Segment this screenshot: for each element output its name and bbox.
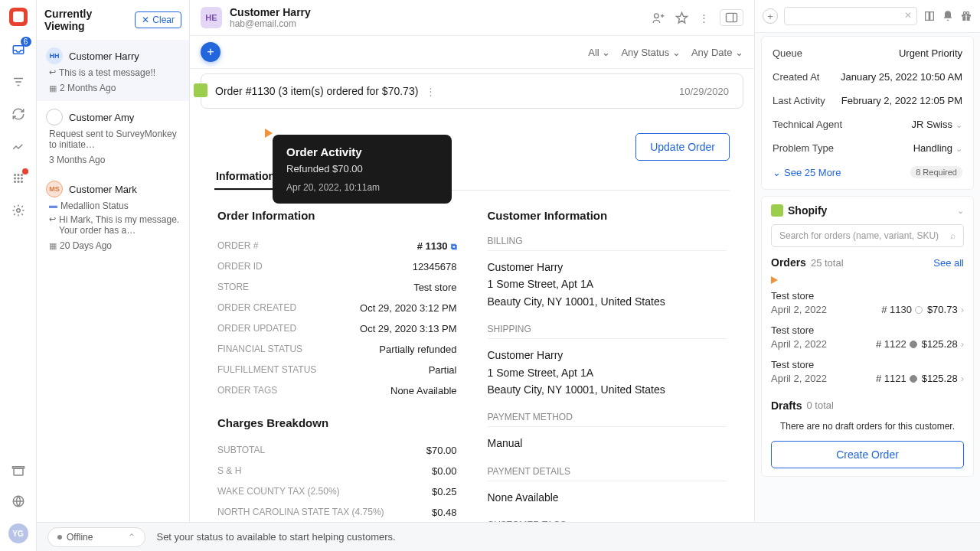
- main-panel: HE Customer Harry hab@email.com ⋮ + All …: [190, 0, 755, 551]
- svg-point-3: [21, 174, 23, 176]
- customer-name: Customer Harry: [230, 6, 311, 18]
- order-number-link[interactable]: # 1130⧉: [417, 240, 457, 252]
- svg-rect-14: [727, 13, 737, 21]
- conv-avatar: HH: [46, 47, 63, 64]
- calendar-icon: ▦: [49, 83, 57, 93]
- flag-icon: [265, 129, 273, 138]
- app-logo: [9, 8, 28, 26]
- status-message: Set your status to available to start he…: [156, 531, 395, 543]
- search-icon: ⌕: [950, 230, 956, 241]
- nav-rail: 6 YG: [0, 0, 37, 551]
- panel-toggle-icon[interactable]: [720, 9, 743, 26]
- shipping-address: Customer Harry1 Some Street, Apt 1ABeaut…: [488, 347, 727, 398]
- user-plus-icon[interactable]: [652, 11, 665, 24]
- conversation-item[interactable]: Customer Amy Request sent to SurveyMonke…: [37, 101, 189, 173]
- customer-avatar: HE: [201, 7, 222, 28]
- filter-date[interactable]: Any Date ⌄: [691, 47, 743, 58]
- order-list-item[interactable]: Test storeApril 2, 2022# 1122$125.28›: [771, 320, 964, 354]
- order-list-item[interactable]: Test storeApril 2, 2022# 1130$70.73›: [771, 285, 964, 320]
- chevron-right-icon: ›: [961, 373, 964, 384]
- see-more-link[interactable]: ⌄ See 25 More: [773, 166, 841, 178]
- svg-rect-11: [14, 468, 23, 475]
- shopify-search[interactable]: Search for orders (name, variant, SKU)⌕: [771, 224, 964, 247]
- svg-point-4: [14, 178, 16, 180]
- settings-icon[interactable]: [10, 202, 27, 219]
- side-search[interactable]: ✕: [784, 7, 917, 25]
- status-dot-icon: [910, 341, 917, 348]
- conversation-item[interactable]: HHCustomer Harry ↩This is a test message…: [37, 40, 189, 101]
- svg-rect-17: [965, 15, 966, 21]
- order-summary-card[interactable]: Order #1130 (3 item(s) ordered for $70.7…: [201, 73, 743, 109]
- svg-point-7: [14, 181, 16, 183]
- archive-icon[interactable]: [10, 462, 27, 479]
- svg-point-6: [21, 178, 23, 180]
- customer-header: HE Customer Harry hab@email.com ⋮: [190, 0, 754, 36]
- svg-point-19: [966, 11, 969, 14]
- more-icon[interactable]: ⋮: [699, 12, 709, 24]
- see-all-link[interactable]: See all: [933, 257, 964, 269]
- chevron-right-icon: ›: [961, 304, 964, 315]
- refresh-icon[interactable]: [10, 106, 27, 122]
- order-menu-icon[interactable]: ⋮: [426, 86, 436, 97]
- status-dot-icon: [910, 375, 917, 383]
- drafts-empty: There are no draft orders for this custo…: [771, 421, 964, 432]
- svg-point-2: [17, 174, 19, 176]
- charges-heading: Charges Breakdown: [217, 416, 457, 429]
- clear-icon[interactable]: ✕: [904, 10, 912, 21]
- problem-dropdown[interactable]: Handling⌄: [913, 142, 962, 154]
- bell-icon[interactable]: [942, 10, 954, 22]
- ticket-properties: QueueUrgent Priority Created AtJanuary 2…: [761, 36, 974, 190]
- svg-point-9: [21, 181, 23, 183]
- svg-point-18: [963, 11, 965, 14]
- inbox-badge: 6: [21, 37, 31, 47]
- card-icon: ▬: [49, 201, 57, 210]
- star-icon[interactable]: [675, 11, 688, 24]
- flag-icon: [771, 276, 778, 284]
- agent-dropdown[interactable]: JR Swiss⌄: [912, 119, 962, 130]
- analytics-icon[interactable]: [10, 138, 27, 155]
- external-link-icon: ⧉: [451, 242, 457, 251]
- apps-icon[interactable]: [10, 170, 27, 187]
- user-avatar[interactable]: YG: [8, 523, 28, 543]
- reply-icon: ↩: [49, 214, 56, 224]
- apps-dot: [22, 168, 28, 174]
- conv-avatar: MS: [46, 181, 63, 197]
- svg-point-1: [14, 174, 16, 176]
- required-badge: 8 Required: [910, 166, 962, 178]
- billing-address: Customer Harry1 Some Street, Apt 1ABeaut…: [488, 259, 727, 310]
- svg-point-13: [655, 13, 659, 18]
- gift-icon[interactable]: [960, 10, 972, 22]
- create-order-button[interactable]: Create Order: [771, 441, 964, 468]
- update-order-button[interactable]: Update Order: [635, 133, 730, 161]
- compose-button[interactable]: +: [201, 42, 220, 62]
- reply-icon: ↩: [49, 67, 56, 77]
- chevron-right-icon: ›: [961, 338, 964, 350]
- conversation-list: Currently Viewing ✕ Clear HHCustomer Har…: [37, 0, 190, 551]
- globe-icon[interactable]: [10, 493, 27, 510]
- customer-email: hab@email.com: [230, 18, 311, 29]
- filter-all[interactable]: All ⌄: [588, 47, 610, 58]
- status-dot-icon: [915, 306, 923, 314]
- status-pill[interactable]: Offline⌃: [47, 527, 145, 547]
- order-activity-tooltip: Order Activity Refunded $70.00 Apr 20, 2…: [273, 135, 452, 204]
- filter-bar: + All ⌄ Any Status ⌄ Any Date ⌄: [190, 36, 754, 69]
- svg-point-10: [16, 209, 20, 213]
- conversation-item[interactable]: MSCustomer Mark ▬Medallion Status ↩Hi Ma…: [37, 173, 189, 259]
- order-info-heading: Order Information: [217, 209, 457, 222]
- tab-information[interactable]: Information: [214, 164, 276, 190]
- shopify-badge-icon: [194, 83, 207, 97]
- side-panel: + ✕ QueueUrgent Priority Created AtJanua…: [755, 0, 980, 551]
- conv-avatar: [46, 109, 63, 126]
- collapse-icon[interactable]: ⌄: [957, 206, 964, 216]
- filter-status[interactable]: Any Status ⌄: [621, 47, 681, 58]
- order-list-item[interactable]: Test storeApril 2, 2022# 1121$125.28›: [771, 354, 964, 389]
- book-icon[interactable]: [923, 10, 936, 22]
- svg-point-8: [17, 181, 19, 183]
- inbox-icon[interactable]: 6: [10, 41, 27, 58]
- status-bar: Offline⌃ Set your status to available to…: [37, 522, 980, 551]
- calendar-icon: ▦: [49, 241, 57, 251]
- clear-button[interactable]: ✕ Clear: [135, 11, 181, 28]
- shopify-icon: [771, 204, 783, 217]
- filter-icon[interactable]: [10, 73, 27, 90]
- side-add-button[interactable]: +: [763, 8, 778, 24]
